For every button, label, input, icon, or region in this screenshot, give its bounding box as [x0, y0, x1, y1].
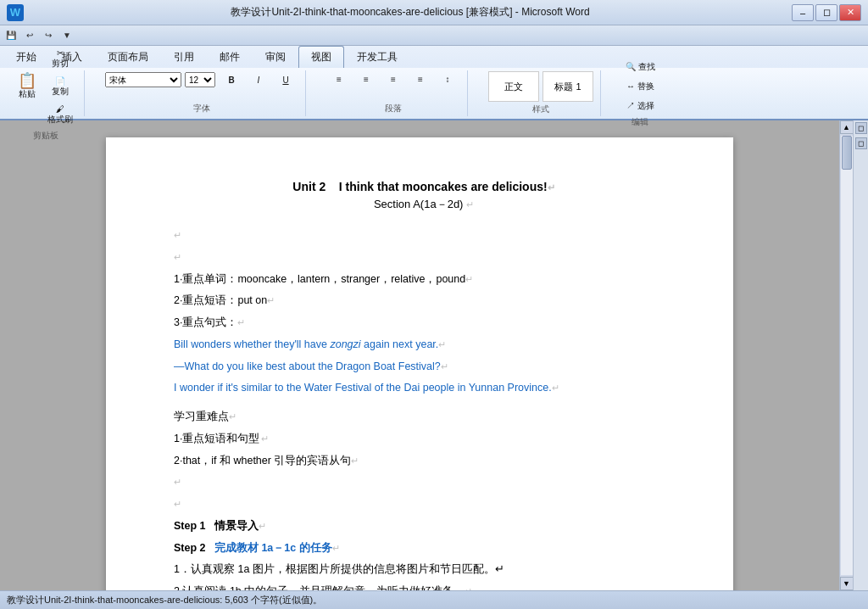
app-icon: W: [7, 4, 24, 21]
document-body: ↵ ↵ 1·重点单词：mooncake，lantern，stranger，rel…: [174, 226, 674, 590]
ribbon-tabs: 开始 插入 页面布局 引用 邮件 审阅 视图 开发工具: [0, 46, 868, 68]
right-panel: ◻ ◻: [853, 120, 868, 590]
sentence-example3: I wonder if it's similar to the Water Fe…: [174, 378, 674, 399]
doc-subtitle: Section A(1a－2d) ↵: [174, 197, 674, 212]
task1-line: 1．认真观察 1a 图片，根据图片所提供的信息将图片和节日匹配。↵: [174, 560, 674, 580]
style-heading1[interactable]: 标题 1: [542, 71, 593, 102]
right-panel-icon2[interactable]: ◻: [855, 137, 867, 149]
select-button[interactable]: ↗ 选择: [621, 98, 659, 115]
sentence-example1: Bill wonders whether they'll have zongzi…: [174, 335, 674, 355]
replace-button[interactable]: ↔ 替换: [621, 78, 659, 95]
sentence-example2: —What do you like best about the Dragon …: [174, 357, 674, 377]
sentence-line: 3·重点句式：↵: [174, 313, 674, 333]
justify-button[interactable]: ≡: [408, 72, 433, 87]
ribbon-group-editing: 🔍 查找 ↔ 替换 ↗ 选择 编辑: [615, 70, 666, 116]
blank-line-3: ↵: [174, 472, 674, 493]
document-scroll[interactable]: 课件站 www.kjzhan.com Unit 2 I think that m…: [0, 120, 839, 590]
document-title: Unit 2 I think that mooncakes are delici…: [174, 180, 674, 193]
styles-label: 样式: [532, 103, 549, 115]
find-button[interactable]: 🔍 查找: [621, 59, 659, 75]
status-bar: 教学设计Unit-2I-think-that-mooncakes-are-del…: [0, 590, 868, 609]
ribbon-group-clipboard: 📋 粘贴 ✂ 剪切 📄 复制 🖌 格式刷 剪贴板: [7, 70, 85, 116]
step2-line: Step 2 完成教材 1a－1c 的任务↵: [174, 539, 674, 559]
font-family-select[interactable]: 宋体: [105, 72, 181, 87]
restore-button[interactable]: ◻: [815, 4, 837, 21]
phrase-line: 2·重点短语：put on↵: [174, 291, 674, 311]
undo-button[interactable]: ↩: [22, 28, 37, 43]
paste-button[interactable]: 📋 粘贴: [14, 70, 41, 103]
difficulty2: 2·that，if 和 whether 引导的宾语从句↵: [174, 451, 674, 472]
quick-access-toolbar: 💾 ↩ ↪ ▼: [0, 25, 868, 46]
step1-line: Step 1 情景导入↵: [174, 517, 674, 537]
document-page: 课件站 www.kjzhan.com Unit 2 I think that m…: [106, 137, 733, 590]
scroll-up-button[interactable]: ▲: [840, 120, 854, 134]
tab-references[interactable]: 引用: [161, 46, 207, 68]
blank-line-1: ↵: [174, 226, 674, 246]
cut-button[interactable]: ✂ 剪切: [43, 46, 77, 72]
close-button[interactable]: ✕: [839, 4, 861, 21]
blank-line-2: ↵: [174, 248, 674, 268]
scroll-thumb[interactable]: [842, 136, 852, 170]
italic-button[interactable]: I: [246, 73, 271, 87]
tab-view[interactable]: 视图: [298, 46, 344, 68]
tab-mailings[interactable]: 邮件: [207, 46, 253, 68]
underline-button[interactable]: U: [273, 73, 298, 87]
right-panel-icon1[interactable]: ◻: [855, 122, 867, 134]
title-bar: W 教学设计Unit-2I-think-that-mooncakes-are-d…: [0, 0, 868, 25]
redo-button[interactable]: ↪: [41, 28, 56, 43]
status-text: 教学设计Unit-2I-think-that-mooncakes-are-del…: [7, 594, 322, 606]
window-controls: – ◻ ✕: [792, 4, 861, 21]
align-right-button[interactable]: ≡: [381, 72, 406, 87]
line-spacing-button[interactable]: ↕: [435, 72, 460, 87]
difficulty-title: 学习重难点↵: [174, 407, 674, 427]
ribbon-group-font: 宋体 12 B I U 字体: [98, 70, 306, 116]
save-quick-button[interactable]: 💾: [3, 28, 19, 43]
vocab-line: 1·重点单词：mooncake，lantern，stranger，relativ…: [174, 270, 674, 290]
ribbon-content: 📋 粘贴 ✂ 剪切 📄 复制 🖌 格式刷 剪贴板 宋体 12: [0, 68, 868, 119]
ribbon-group-styles: 正文 标题 1 样式: [481, 70, 601, 116]
font-label: 字体: [193, 103, 210, 115]
align-left-button[interactable]: ≡: [326, 72, 352, 87]
tab-review[interactable]: 审阅: [253, 46, 298, 68]
minimize-button[interactable]: –: [792, 4, 814, 21]
document-container: 课件站 www.kjzhan.com Unit 2 I think that m…: [0, 120, 868, 590]
font-size-select[interactable]: 12: [185, 72, 215, 87]
scroll-track[interactable]: [841, 136, 853, 575]
vertical-scrollbar[interactable]: ▲ ▼: [839, 120, 853, 590]
blank-line-4: ↵: [174, 494, 674, 515]
ribbon-group-paragraph: ≡ ≡ ≡ ≡ ↕ 段落: [320, 70, 468, 116]
copy-button[interactable]: 📄 复制: [43, 74, 77, 100]
align-center-button[interactable]: ≡: [353, 72, 379, 87]
tab-page-layout[interactable]: 页面布局: [95, 46, 161, 68]
paragraph-label: 段落: [385, 103, 402, 115]
doc-title-text: Unit 2 I think that mooncakes are delici…: [292, 180, 554, 193]
scroll-down-button[interactable]: ▼: [840, 577, 854, 590]
style-normal[interactable]: 正文: [488, 71, 539, 102]
quick-access-more[interactable]: ▼: [59, 28, 75, 43]
difficulty1: 1·重点短语和句型↵: [174, 429, 674, 450]
bold-button[interactable]: B: [219, 73, 244, 87]
window-title: 教学设计Unit-2I-think-that-mooncakes-are-del…: [29, 5, 792, 20]
ribbon: 开始 插入 页面布局 引用 邮件 审阅 视图 开发工具 📋 粘贴 ✂ 剪切 📄 …: [0, 46, 868, 120]
tab-developer[interactable]: 开发工具: [344, 46, 410, 68]
task2-line: 2·认真阅读 1b 中的句子，并且理解句意，为听力做好准备。↵: [174, 582, 674, 590]
